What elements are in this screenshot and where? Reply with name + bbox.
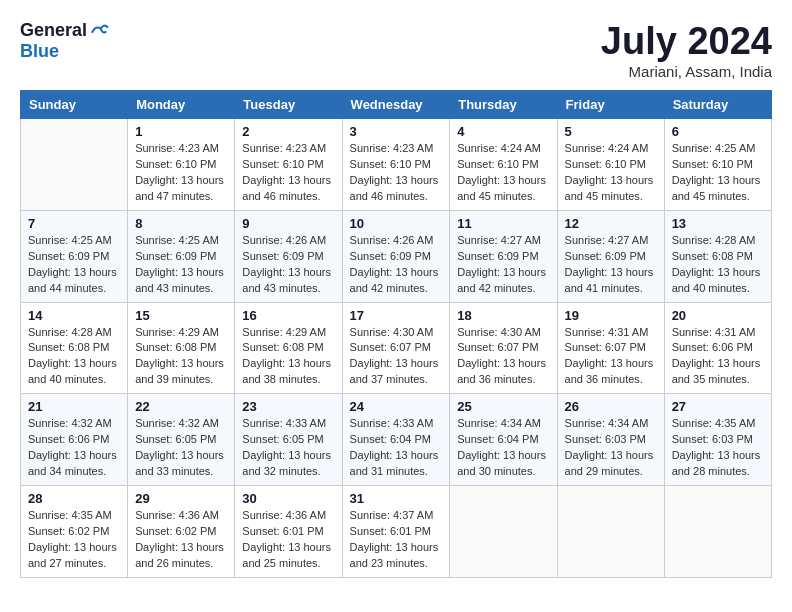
day-info: Sunrise: 4:31 AMSunset: 6:06 PMDaylight:… — [672, 325, 764, 389]
day-info-line: Sunrise: 4:30 AM — [457, 326, 541, 338]
day-info-line: and 38 minutes. — [242, 373, 320, 385]
day-info-line: Daylight: 13 hours — [565, 266, 654, 278]
day-info-line: Sunset: 6:08 PM — [28, 341, 109, 353]
day-info-line: Daylight: 13 hours — [135, 541, 224, 553]
day-info: Sunrise: 4:23 AMSunset: 6:10 PMDaylight:… — [350, 141, 443, 205]
day-info-line: Sunrise: 4:29 AM — [135, 326, 219, 338]
day-number: 23 — [242, 399, 334, 414]
page-header: General Blue July 2024 Mariani, Assam, I… — [20, 20, 772, 80]
day-info-line: and 46 minutes. — [242, 190, 320, 202]
day-info-line: and 36 minutes. — [565, 373, 643, 385]
calendar-cell: 4Sunrise: 4:24 AMSunset: 6:10 PMDaylight… — [450, 119, 557, 211]
day-info-line: Daylight: 13 hours — [350, 541, 439, 553]
day-info-line: Sunset: 6:07 PM — [457, 341, 538, 353]
calendar-cell: 8Sunrise: 4:25 AMSunset: 6:09 PMDaylight… — [128, 210, 235, 302]
day-info-line: and 32 minutes. — [242, 465, 320, 477]
day-number: 3 — [350, 124, 443, 139]
calendar-cell: 5Sunrise: 4:24 AMSunset: 6:10 PMDaylight… — [557, 119, 664, 211]
calendar-cell: 20Sunrise: 4:31 AMSunset: 6:06 PMDayligh… — [664, 302, 771, 394]
column-header-friday: Friday — [557, 91, 664, 119]
day-info-line: Sunrise: 4:35 AM — [28, 509, 112, 521]
day-info-line: Sunrise: 4:23 AM — [135, 142, 219, 154]
day-info-line: Sunset: 6:08 PM — [135, 341, 216, 353]
day-info-line: Daylight: 13 hours — [242, 357, 331, 369]
day-info-line: Sunset: 6:09 PM — [28, 250, 109, 262]
calendar-week-row: 7Sunrise: 4:25 AMSunset: 6:09 PMDaylight… — [21, 210, 772, 302]
calendar-cell: 19Sunrise: 4:31 AMSunset: 6:07 PMDayligh… — [557, 302, 664, 394]
calendar-cell — [557, 486, 664, 578]
day-info-line: Sunrise: 4:25 AM — [135, 234, 219, 246]
day-info-line: Sunset: 6:07 PM — [350, 341, 431, 353]
day-info-line: Sunset: 6:08 PM — [242, 341, 323, 353]
day-info-line: Sunset: 6:10 PM — [350, 158, 431, 170]
day-info-line: Daylight: 13 hours — [28, 449, 117, 461]
day-info-line: and 26 minutes. — [135, 557, 213, 569]
column-header-tuesday: Tuesday — [235, 91, 342, 119]
day-info-line: and 42 minutes. — [457, 282, 535, 294]
calendar-cell: 1Sunrise: 4:23 AMSunset: 6:10 PMDaylight… — [128, 119, 235, 211]
day-number: 19 — [565, 308, 657, 323]
day-number: 25 — [457, 399, 549, 414]
day-number: 6 — [672, 124, 764, 139]
day-info-line: and 43 minutes. — [135, 282, 213, 294]
day-info-line: Sunrise: 4:32 AM — [135, 417, 219, 429]
day-info-line: Sunset: 6:10 PM — [242, 158, 323, 170]
calendar-cell: 23Sunrise: 4:33 AMSunset: 6:05 PMDayligh… — [235, 394, 342, 486]
day-info: Sunrise: 4:34 AMSunset: 6:04 PMDaylight:… — [457, 416, 549, 480]
day-info-line: Daylight: 13 hours — [242, 266, 331, 278]
day-info-line: Sunrise: 4:25 AM — [28, 234, 112, 246]
day-number: 29 — [135, 491, 227, 506]
day-info: Sunrise: 4:37 AMSunset: 6:01 PMDaylight:… — [350, 508, 443, 572]
day-info-line: Daylight: 13 hours — [135, 266, 224, 278]
column-header-thursday: Thursday — [450, 91, 557, 119]
day-number: 5 — [565, 124, 657, 139]
day-info: Sunrise: 4:28 AMSunset: 6:08 PMDaylight:… — [672, 233, 764, 297]
day-info-line: Sunset: 6:05 PM — [242, 433, 323, 445]
day-number: 26 — [565, 399, 657, 414]
title-section: July 2024 Mariani, Assam, India — [601, 20, 772, 80]
day-info-line: and 23 minutes. — [350, 557, 428, 569]
calendar-cell: 6Sunrise: 4:25 AMSunset: 6:10 PMDaylight… — [664, 119, 771, 211]
day-info-line: and 45 minutes. — [457, 190, 535, 202]
calendar-table: SundayMondayTuesdayWednesdayThursdayFrid… — [20, 90, 772, 578]
column-header-monday: Monday — [128, 91, 235, 119]
day-info: Sunrise: 4:26 AMSunset: 6:09 PMDaylight:… — [242, 233, 334, 297]
day-info-line: Sunrise: 4:33 AM — [242, 417, 326, 429]
day-info-line: Sunset: 6:10 PM — [135, 158, 216, 170]
day-info: Sunrise: 4:33 AMSunset: 6:05 PMDaylight:… — [242, 416, 334, 480]
day-info-line: Daylight: 13 hours — [350, 266, 439, 278]
calendar-header-row: SundayMondayTuesdayWednesdayThursdayFrid… — [21, 91, 772, 119]
day-info-line: Sunset: 6:01 PM — [350, 525, 431, 537]
day-info-line: and 37 minutes. — [350, 373, 428, 385]
day-info-line: and 39 minutes. — [135, 373, 213, 385]
logo-blue: Blue — [20, 42, 109, 62]
day-info-line: Sunset: 6:04 PM — [350, 433, 431, 445]
day-number: 28 — [28, 491, 120, 506]
day-number: 18 — [457, 308, 549, 323]
day-info-line: Daylight: 13 hours — [672, 266, 761, 278]
day-number: 30 — [242, 491, 334, 506]
day-info: Sunrise: 4:33 AMSunset: 6:04 PMDaylight:… — [350, 416, 443, 480]
calendar-cell: 30Sunrise: 4:36 AMSunset: 6:01 PMDayligh… — [235, 486, 342, 578]
day-info-line: and 45 minutes. — [565, 190, 643, 202]
day-info: Sunrise: 4:28 AMSunset: 6:08 PMDaylight:… — [28, 325, 120, 389]
calendar-cell: 27Sunrise: 4:35 AMSunset: 6:03 PMDayligh… — [664, 394, 771, 486]
day-info-line: Daylight: 13 hours — [350, 449, 439, 461]
calendar-cell: 22Sunrise: 4:32 AMSunset: 6:05 PMDayligh… — [128, 394, 235, 486]
day-number: 22 — [135, 399, 227, 414]
day-info-line: Sunrise: 4:36 AM — [242, 509, 326, 521]
column-header-sunday: Sunday — [21, 91, 128, 119]
day-info-line: Daylight: 13 hours — [457, 266, 546, 278]
day-number: 9 — [242, 216, 334, 231]
day-info-line: Sunrise: 4:26 AM — [242, 234, 326, 246]
day-number: 20 — [672, 308, 764, 323]
day-info: Sunrise: 4:31 AMSunset: 6:07 PMDaylight:… — [565, 325, 657, 389]
day-info-line: Sunrise: 4:28 AM — [672, 234, 756, 246]
calendar-cell: 2Sunrise: 4:23 AMSunset: 6:10 PMDaylight… — [235, 119, 342, 211]
logo-text: General Blue — [20, 20, 109, 62]
day-info-line: Daylight: 13 hours — [350, 357, 439, 369]
day-info-line: Sunset: 6:10 PM — [672, 158, 753, 170]
day-info-line: Daylight: 13 hours — [242, 174, 331, 186]
calendar-cell: 21Sunrise: 4:32 AMSunset: 6:06 PMDayligh… — [21, 394, 128, 486]
calendar-week-row: 1Sunrise: 4:23 AMSunset: 6:10 PMDaylight… — [21, 119, 772, 211]
